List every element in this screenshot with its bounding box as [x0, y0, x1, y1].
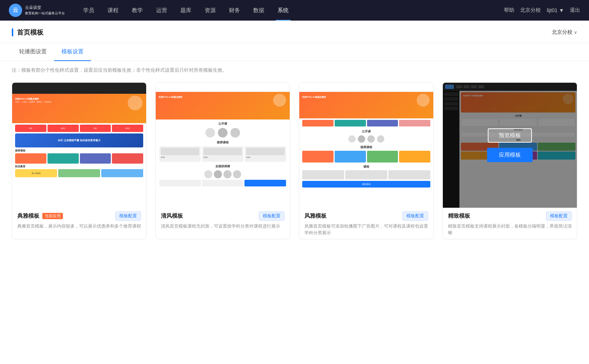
template-name-jingzhi: 精致模板	[448, 213, 470, 220]
template-desc-dianwa: 典雅首页模板，展示内容较多，可以展示优惠券和多个推荐课程	[17, 223, 141, 229]
tab-template[interactable]: 模板设置	[54, 43, 91, 61]
nav-item-data[interactable]: 数据	[247, 0, 271, 21]
brand-text: 云朵设堂教育机构一站式服务云平台	[25, 5, 65, 15]
template-desc-qingfeng: 清风首页模板课程无封面，可设置按学科分类对课程进行展示	[161, 223, 285, 229]
nav-item-questions[interactable]: 题库	[174, 0, 198, 21]
chevron-down-icon: ∨	[574, 30, 577, 35]
branch-selector[interactable]: 北京分校 ∨	[552, 29, 577, 36]
navbar: 云 云朵设堂教育机构一站式服务云平台 学员 课程 教学 运营 题库 资源 财务 …	[0, 0, 589, 21]
nav-item-system[interactable]: 系统	[271, 0, 295, 21]
config-button-fengya[interactable]: 模板配置	[402, 211, 428, 221]
note-text: 注：模板有部分个性化样式设置，设置后仅当前模板生效；非个性化样式设置后只针对所有…	[0, 61, 589, 79]
nav-item-courses[interactable]: 课程	[101, 0, 125, 21]
template-card-jingzhi: 托福TP01-54真题及解析 公开课 推荐课程 课程	[442, 82, 577, 239]
config-button-jingzhi[interactable]: 模板配置	[546, 211, 572, 221]
template-name-dianwa: 典雅模板	[17, 213, 39, 220]
user-menu[interactable]: lijt01 ▼	[547, 7, 564, 13]
nav-item-operations[interactable]: 运营	[149, 0, 174, 21]
nav-links: 学员 课程 教学 运营 题库 资源 财务 数据 系统	[77, 0, 504, 21]
card-footer-jingzhi: 精致模板 模板配置 精致首页模板支持课程展示封面，各模板分隔明显，界面简洁清晰	[443, 208, 577, 239]
nav-item-students[interactable]: 学员	[77, 0, 101, 21]
page-title: 首页模板	[17, 28, 43, 37]
config-button-qingfeng[interactable]: 模板配置	[259, 211, 285, 221]
config-button-dianwa[interactable]: 模板配置	[115, 211, 141, 221]
page-header: 首页模板 北京分校 ∨	[0, 21, 589, 43]
template-preview-dianwa: 托福TP01-54真题及解析口语 ◇ 公词汇◇ 成绩单 · 课程包 · 学员管理…	[12, 83, 146, 208]
nav-right: 帮助 北京分校 lijt01 ▼ 退出	[504, 7, 580, 14]
logout-link[interactable]: 退出	[570, 7, 580, 14]
template-card-qingfeng: 托福TP01-54真题及解析 公开课 推荐课程 ¥499	[155, 82, 290, 239]
nav-item-finance[interactable]: 财务	[222, 0, 247, 21]
brand-logo: 云	[9, 4, 22, 17]
current-badge-dianwa: 当前应用	[42, 213, 63, 219]
tab-carousel[interactable]: 轮播图设置	[12, 43, 54, 61]
template-card-dianwa: 托福TP01-54真题及解析口语 ◇ 公词汇◇ 成绩单 · 课程包 · 学员管理…	[12, 82, 147, 239]
templates-grid: 托福TP01-54真题及解析口语 ◇ 公词汇◇ 成绩单 · 课程包 · 学员管理…	[0, 79, 589, 254]
nav-item-teaching[interactable]: 教学	[125, 0, 149, 21]
template-preview-jingzhi: 托福TP01-54真题及解析 公开课 推荐课程 课程	[443, 83, 577, 208]
help-link[interactable]: 帮助	[504, 7, 514, 14]
card-footer-dianwa: 典雅模板 当前应用 模板配置 典雅首页模板，展示内容较多，可以展示优惠券和多个推…	[12, 208, 146, 232]
card-footer-qingfeng: 清风模板 模板配置 清风首页模板课程无封面，可设置按学科分类对课程进行展示	[156, 208, 290, 232]
branch-label: 北京分校	[552, 29, 572, 36]
template-name-fengya: 风雅模板	[304, 213, 327, 220]
nav-item-resources[interactable]: 资源	[198, 0, 222, 21]
apply-jingzhi-button[interactable]: 应用模板	[487, 148, 533, 162]
page-title-bar	[12, 28, 13, 36]
template-overlay-jingzhi: 预览模板 应用模板	[443, 83, 577, 208]
branch-link[interactable]: 北京分校	[520, 7, 541, 14]
template-desc-jingzhi: 精致首页模板支持课程展示封面，各模板分隔明显，界面简洁清晰	[448, 223, 572, 236]
page-title-wrap: 首页模板	[12, 28, 43, 37]
brand[interactable]: 云 云朵设堂教育机构一站式服务云平台	[9, 4, 65, 17]
card-footer-fengya: 风雅模板 模板配置 风雅首页模板可添加轮播图下广告图片，可对课程及课程包设置学科…	[299, 208, 433, 239]
template-preview-qingfeng: 托福TP01-54真题及解析 公开课 推荐课程 ¥499	[156, 83, 290, 208]
template-preview-fengya: 托福TP01-54真题及解析 公开课	[299, 83, 433, 208]
preview-jingzhi-button[interactable]: 预览模板	[488, 128, 532, 143]
template-card-fengya: 托福TP01-54真题及解析 公开课	[299, 82, 434, 239]
page-content: 首页模板 北京分校 ∨ 轮播图设置 模板设置 注：模板有部分个性化样式设置，设置…	[0, 21, 589, 364]
tabs-container: 轮播图设置 模板设置	[0, 43, 589, 61]
template-name-qingfeng: 清风模板	[161, 213, 183, 220]
template-desc-fengya: 风雅首页模板可添加轮播图下广告图片，可对课程及课程包设置学科分类展示	[304, 223, 428, 236]
